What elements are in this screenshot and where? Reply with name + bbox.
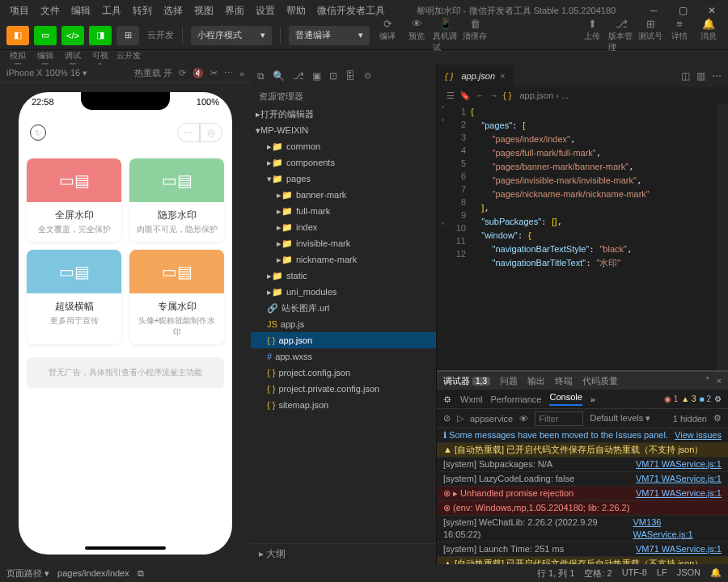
tree-item[interactable]: { }app.json bbox=[251, 332, 436, 348]
more-editor-icon[interactable]: ⋯ bbox=[712, 70, 722, 82]
inspect-icon[interactable]: ⯐ bbox=[443, 394, 452, 404]
encoding[interactable]: UTF-8 bbox=[622, 567, 647, 580]
page-path[interactable]: pages/index/index bbox=[57, 568, 129, 578]
panel-close-icon[interactable]: × bbox=[717, 376, 722, 386]
menu-item[interactable]: 编辑 bbox=[66, 2, 95, 20]
tree-item[interactable]: ▸ 📁index bbox=[251, 219, 436, 235]
debugger-toggle[interactable]: ◨ bbox=[89, 26, 112, 45]
close-icon[interactable]: ✕ bbox=[700, 5, 723, 16]
tree-item[interactable]: { }project.private.config.json bbox=[251, 381, 436, 397]
more-icon[interactable]: ⋯ bbox=[224, 68, 233, 78]
tree-item[interactable]: ▸ 📁common bbox=[251, 138, 436, 154]
toolbar-action[interactable]: 🗑清缓存 bbox=[462, 18, 488, 53]
build-icon[interactable]: ⛭ bbox=[363, 70, 373, 82]
db-icon[interactable]: 🗄 bbox=[345, 70, 355, 82]
console-line[interactable]: ▲ [自动热重载] 已开启代码文件保存后自动热重载（不支持 json） bbox=[437, 443, 728, 458]
menu-item[interactable]: 项目 bbox=[5, 2, 34, 20]
feature-card[interactable]: ▭▤全屏水印全文覆盖，完全保护 bbox=[27, 158, 121, 242]
devtools-more-icon[interactable]: » bbox=[590, 394, 595, 404]
simulator-toggle[interactable]: ▭ bbox=[34, 26, 57, 45]
debugger-tab[interactable]: 调试器 1,3 bbox=[443, 375, 490, 387]
target-icon[interactable]: ◎ bbox=[200, 123, 222, 142]
error-badge[interactable]: ◉ 1 bbox=[664, 394, 678, 403]
mute-icon[interactable]: 🔇 bbox=[193, 68, 204, 78]
toolbar-right-action[interactable]: ⊞测试号 bbox=[637, 18, 663, 53]
menu-item[interactable]: 工具 bbox=[97, 2, 126, 20]
eol[interactable]: LF bbox=[657, 567, 667, 580]
cursor-pos[interactable]: 行 1, 列 1 bbox=[537, 567, 574, 580]
console-line[interactable]: ⊗ ▸ Unhandled promise rejectionVM71 WASe… bbox=[437, 487, 728, 501]
tab-app-json[interactable]: { }app.json× bbox=[437, 65, 513, 87]
wxml-tab[interactable]: Wxml bbox=[460, 394, 483, 404]
toolbar-action[interactable]: ⟳编译 bbox=[375, 18, 400, 53]
split-icon[interactable]: ◫ bbox=[681, 70, 690, 82]
minimap[interactable] bbox=[717, 103, 728, 370]
breadcrumb[interactable]: ☰ 🔖 ←→ { }app.json › ... bbox=[437, 87, 728, 103]
warn-badge[interactable]: ▲ 3 bbox=[681, 394, 696, 403]
problems-tab[interactable]: 问题 bbox=[500, 375, 518, 387]
tab-close-icon[interactable]: × bbox=[500, 71, 505, 81]
branch-icon[interactable]: ⎇ bbox=[293, 70, 304, 82]
console-line[interactable]: ℹ Some messages have been moved to the I… bbox=[437, 428, 728, 443]
root-folder[interactable]: ▾ MP-WEIXIN bbox=[251, 122, 436, 138]
quality-tab[interactable]: 代码质量 bbox=[582, 375, 618, 387]
console-line[interactable]: ▲ [自动热重载] 已开启代码文件保存后自动热重载（不支持 json） bbox=[437, 557, 728, 564]
console-line[interactable]: [system] LazyCodeLoading: falseVM71 WASe… bbox=[437, 472, 728, 487]
menu-item[interactable]: 选择 bbox=[159, 2, 188, 20]
refresh-icon[interactable]: ↻ bbox=[30, 124, 46, 141]
console-line[interactable]: [system] WeChatLib: 2.26.2 (2022.9.29 16… bbox=[437, 516, 728, 542]
performance-tab[interactable]: Performance bbox=[491, 394, 542, 404]
copy-icon[interactable]: ⧉ bbox=[138, 568, 144, 579]
output-tab[interactable]: 输出 bbox=[527, 375, 545, 387]
tree-item[interactable]: JSapp.js bbox=[251, 316, 436, 332]
code-editor[interactable]: { "pages": [ "pages/index/index", "pages… bbox=[471, 103, 717, 370]
outline-section[interactable]: ▸ 大纲 bbox=[251, 543, 436, 564]
bell-icon[interactable]: 🔔 bbox=[710, 567, 722, 580]
hot-reload-toggle[interactable]: 热重载 开 bbox=[134, 67, 172, 79]
console-gear-icon[interactable]: ⚙ bbox=[713, 413, 722, 424]
tree-item[interactable]: ▸ 📁banner-mark bbox=[251, 187, 436, 203]
console-output[interactable]: ℹ Some messages have been moved to the I… bbox=[437, 428, 728, 564]
compile-select[interactable]: 普通编译▾ bbox=[289, 26, 370, 45]
feature-card[interactable]: ▭▤隐形水印肉眼不可见，隐形保护 bbox=[129, 158, 224, 242]
feature-card[interactable]: ▭▤超级横幅更多用于宣传 bbox=[27, 250, 121, 344]
minimize-icon[interactable]: ─ bbox=[642, 5, 665, 16]
tree-item[interactable]: ▾ 📁pages bbox=[251, 171, 436, 187]
toolbar-action[interactable]: 📱真机调试 bbox=[433, 18, 459, 53]
device-select[interactable]: iPhone X 100% 16 ▾ bbox=[6, 68, 87, 78]
search-icon[interactable]: 🔍 bbox=[273, 70, 285, 82]
console-tab[interactable]: Console bbox=[549, 392, 582, 406]
feature-card[interactable]: ▭▤专属水印头像+昵称就能制作水印 bbox=[129, 250, 224, 344]
files-icon[interactable]: ⧉ bbox=[257, 70, 265, 82]
visual-toggle[interactable]: ⊞ bbox=[116, 26, 139, 45]
filter-input[interactable] bbox=[535, 411, 583, 426]
gear-icon[interactable]: ⚙ bbox=[714, 394, 722, 403]
bookmark-icon[interactable]: 🔖 bbox=[459, 91, 471, 101]
open-editors-section[interactable]: ▸ 打开的编辑器 bbox=[251, 106, 436, 122]
mode-select[interactable]: 小程序模式▾ bbox=[191, 26, 272, 45]
indent-info[interactable]: 空格: 2 bbox=[584, 567, 612, 580]
toolbar-right-action[interactable]: ⎇版本管理 bbox=[608, 18, 634, 53]
maximize-icon[interactable]: ▢ bbox=[671, 5, 694, 16]
rotate-icon[interactable]: ⟳ bbox=[179, 68, 186, 78]
tree-item[interactable]: ▸ 📁components bbox=[251, 154, 436, 171]
tree-item[interactable]: ▸ 📁nickname-mark bbox=[251, 251, 436, 268]
menu-item[interactable]: 视图 bbox=[189, 2, 218, 20]
tree-item[interactable]: { }sitemap.json bbox=[251, 397, 436, 413]
hidden-count[interactable]: 1 hidden bbox=[673, 414, 707, 424]
cut-icon[interactable]: ✂ bbox=[210, 68, 218, 78]
console-line[interactable]: ⊗ (env: Windows,mp,1.05.2204180; lib: 2.… bbox=[437, 501, 728, 516]
tree-item[interactable]: ▸ 📁full-mark bbox=[251, 203, 436, 219]
tree-item[interactable]: ▸ 📁uni_modules bbox=[251, 284, 436, 300]
menu-item[interactable]: 文件 bbox=[36, 2, 65, 20]
tree-item[interactable]: ▸ 📁static bbox=[251, 268, 436, 284]
expand-icon[interactable]: » bbox=[239, 69, 244, 78]
menu-item[interactable]: 界面 bbox=[220, 2, 249, 20]
menu-item[interactable]: 帮助 bbox=[281, 2, 311, 20]
ext-icon[interactable]: ⊡ bbox=[329, 70, 337, 82]
box-icon[interactable]: ▣ bbox=[312, 70, 321, 82]
toolbar-action[interactable]: 👁预览 bbox=[404, 18, 430, 53]
tree-item[interactable]: 🔗站长图库.url bbox=[251, 300, 436, 316]
toolbar-right-action[interactable]: 🔔消息 bbox=[696, 18, 722, 53]
menu-item[interactable]: 设置 bbox=[251, 2, 280, 20]
